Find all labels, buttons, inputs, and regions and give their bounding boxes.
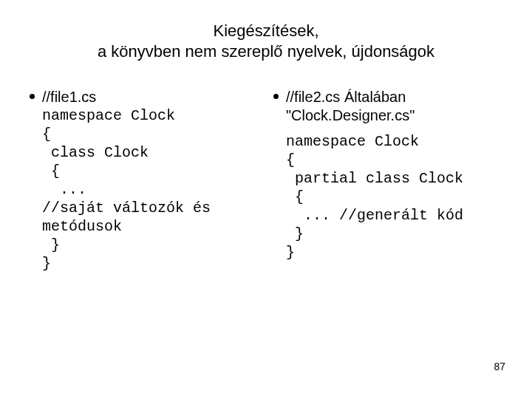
left-column: //file1.cs namespace Clock { class Clock… <box>30 88 259 273</box>
bullet-right: //file2.cs Általában "Clock.Designer.cs" <box>273 88 502 125</box>
bullet-left: //file1.cs <box>30 88 259 106</box>
content-columns: //file1.cs namespace Clock { class Clock… <box>30 88 502 273</box>
right-lead-text: //file2.cs Általában "Clock.Designer.cs" <box>286 88 502 125</box>
right-column: //file2.cs Általában "Clock.Designer.cs"… <box>273 88 502 273</box>
right-code-block: namespace Clock { partial class Clock { … <box>286 132 502 262</box>
left-lead-text: //file1.cs <box>42 88 96 106</box>
title-line-1: Kiegészítések, <box>30 21 502 41</box>
page-number: 87 <box>494 361 505 372</box>
slide-title: Kiegészítések, a könyvben nem szereplő n… <box>30 21 502 61</box>
title-line-2: a könyvben nem szereplő nyelvek, újdonsá… <box>30 41 502 62</box>
bullet-icon <box>30 94 35 99</box>
bullet-icon <box>273 94 279 99</box>
left-code-block: namespace Clock { class Clock { ... //sa… <box>42 106 259 273</box>
